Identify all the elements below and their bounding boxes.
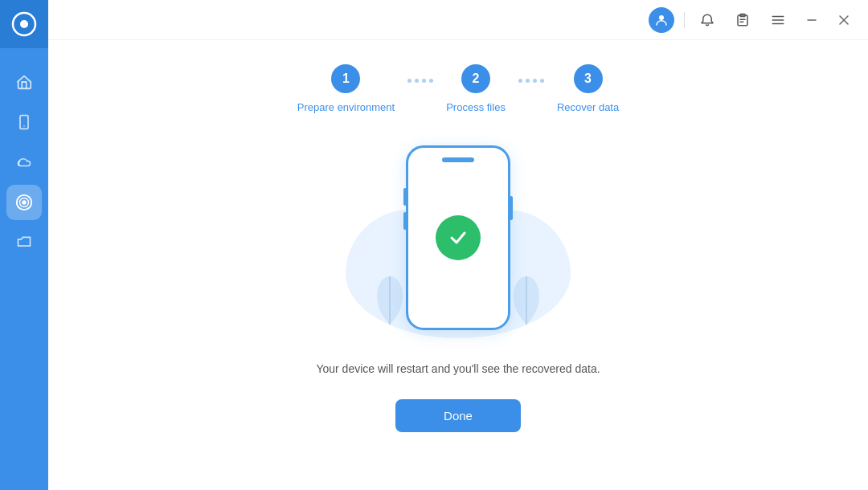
phone-notch [442,157,474,162]
leaf-left-icon [370,272,410,332]
main-content: 1 Prepare environment 2 Process files 3 [48,0,868,490]
step-2-circle: 2 [461,64,490,93]
step-dots-1 [407,64,433,83]
app-logo[interactable] [0,0,48,48]
success-checkmark [436,215,481,260]
sidebar-item-home[interactable] [6,64,42,100]
menu-icon[interactable] [765,7,791,33]
phone-side-button-right [510,196,513,220]
sidebar-item-cloud[interactable] [6,145,42,180]
sidebar-item-music[interactable] [6,185,42,220]
bell-icon[interactable] [694,7,720,33]
svg-point-1 [20,20,28,28]
close-button[interactable] [833,9,855,31]
step-2: 2 Process files [446,64,506,113]
minimize-button[interactable] [800,9,823,31]
sidebar-item-device[interactable] [6,104,42,140]
svg-point-7 [659,15,664,20]
svg-point-5 [22,200,27,205]
illustration [330,137,587,346]
sidebar-item-files[interactable] [6,225,42,260]
page-content: 1 Prepare environment 2 Process files 3 [48,40,868,490]
step-dots-2 [518,64,544,83]
done-button[interactable]: Done [395,399,521,432]
success-message: Your device will restart and you'll see … [316,362,600,375]
phone-side-button-left-1 [403,188,407,206]
phone-illustration [406,145,510,330]
step-3-circle: 3 [574,64,603,93]
user-avatar[interactable] [649,7,674,33]
titlebar-divider [684,12,685,28]
sidebar [0,0,48,490]
clipboard-icon[interactable] [730,7,755,33]
steps-indicator: 1 Prepare environment 2 Process files 3 [297,64,619,113]
step-3-label: Recover data [557,101,619,113]
svg-point-3 [23,125,25,127]
titlebar [48,0,868,40]
phone-side-button-left-2 [403,212,407,230]
sidebar-nav [6,64,42,490]
leaf-right-icon [506,272,547,332]
step-1: 1 Prepare environment [297,64,395,113]
step-1-circle: 1 [331,64,360,93]
step-3: 3 Recover data [557,64,619,113]
step-1-label: Prepare environment [297,101,395,113]
step-2-label: Process files [446,101,506,113]
